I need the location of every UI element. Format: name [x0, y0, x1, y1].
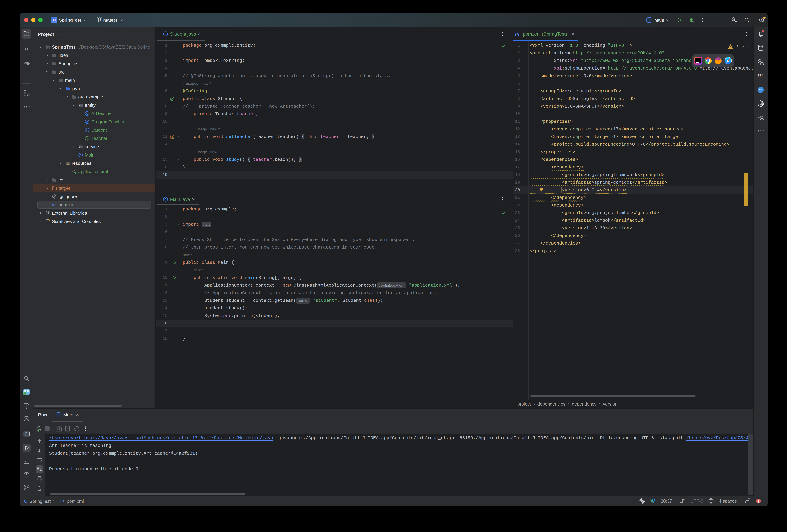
svg-text:C: C [86, 120, 88, 124]
svg-text:C: C [164, 33, 167, 36]
svg-text:?: ? [27, 62, 29, 65]
svg-text:p: p [171, 136, 173, 138]
svg-text:I: I [87, 137, 88, 140]
svg-text:C: C [86, 112, 88, 115]
svg-text:C: C [80, 154, 82, 157]
svg-text:m: m [52, 201, 56, 207]
svg-text:C: C [164, 198, 167, 201]
svg-text:C: C [86, 129, 88, 132]
